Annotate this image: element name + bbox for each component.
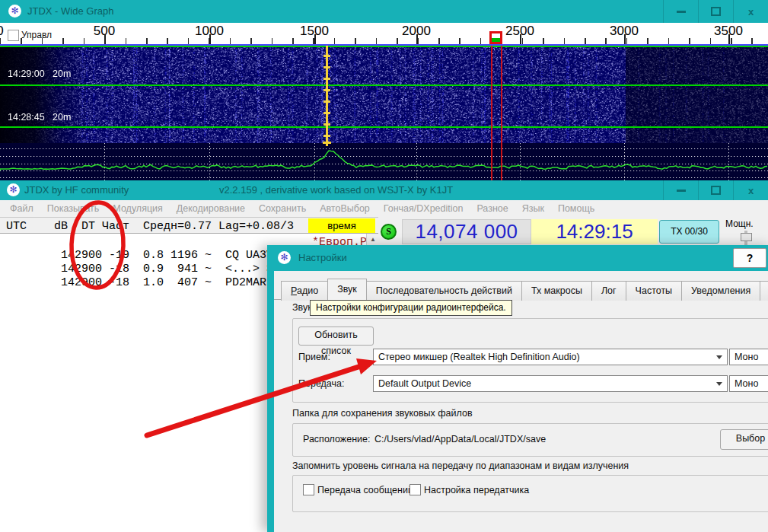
scale-label-0: 0: [0, 24, 4, 39]
settings-left-border: [267, 271, 274, 532]
tab-log[interactable]: Лог: [591, 281, 626, 301]
menu-misc[interactable]: Разное: [470, 203, 515, 214]
scale-major-tick: [104, 34, 106, 44]
tx-marker-cross: [326, 139, 328, 146]
power-slider-handle[interactable]: [741, 233, 752, 241]
menu-hound[interactable]: Гончая/DXpedition: [377, 203, 470, 214]
tab-sequence[interactable]: Последовательность действий: [366, 281, 522, 301]
tx-channel-value: Моно: [735, 378, 758, 389]
menu-save[interactable]: Сохранить: [252, 203, 313, 214]
chevron-down-icon: [716, 355, 722, 359]
menu-autoselect[interactable]: АвтоВыбор: [313, 203, 377, 214]
controls-checkbox-label: Управл: [21, 30, 52, 40]
wide-graph-window: ✻ JTDX - Wide Graph x 0 500 1000 1500 20…: [0, 0, 768, 180]
scale-major-tick: [314, 34, 316, 44]
menu-language[interactable]: Язык: [515, 203, 551, 214]
rx-marker-green: [492, 38, 500, 42]
decode-header-line: UTC dB DT Част Средн=0.77 Lag=+0.08/3: [6, 220, 294, 233]
close-icon: x: [748, 6, 754, 18]
frequency-display[interactable]: 14,074 000: [402, 219, 531, 244]
scale-major-tick: [520, 34, 521, 44]
tab-filters[interactable]: Фильтры: [760, 281, 768, 301]
scale-major-tick: [728, 34, 730, 44]
rx-channel-value: Моно: [735, 352, 758, 362]
remember-power-label: Запомнить уровень сигнала на передачу по…: [292, 460, 629, 471]
scale-major-tick: [416, 34, 418, 44]
period-timestamp: 14:29:00 20m: [8, 68, 71, 79]
maximize-icon: [711, 7, 721, 16]
maximize-icon: [711, 186, 721, 195]
menu-view[interactable]: Показывать: [40, 203, 107, 214]
save-folder-label: Папка для сохранения звуковых файлов: [292, 408, 473, 419]
screen: ✻ JTDX - Wide Graph x 0 500 1000 1500 20…: [0, 0, 768, 532]
rx-band-line: [491, 46, 492, 180]
close-button[interactable]: x: [733, 0, 768, 23]
tx-device-combo[interactable]: Default Output Device: [373, 375, 728, 392]
period-time: 14:29:00: [8, 68, 45, 79]
tx-tune-checkbox[interactable]: [409, 484, 421, 495]
tx-tune-checkbox-label: Настройка передатчика: [424, 485, 529, 495]
s-meter-button[interactable]: S: [381, 224, 397, 240]
scrollbar-up-icon[interactable]: ▲: [367, 234, 379, 246]
settings-titlebar[interactable]: ✻ Настройки ?: [267, 245, 768, 271]
scale-major-tick: [209, 34, 211, 44]
power-label: Мощн.: [725, 218, 754, 229]
clock-display: 14:29:15: [531, 219, 658, 244]
choose-folder-button[interactable]: Выбор: [720, 429, 768, 450]
tx-enable-button[interactable]: TX 00/30: [659, 220, 719, 244]
scale-major-tick: [624, 34, 626, 44]
wide-graph-title: JTDX - Wide Graph: [27, 5, 113, 17]
period-band: 20m: [53, 68, 71, 79]
tab-radio[interactable]: Радио: [281, 281, 328, 301]
menu-mode[interactable]: Модуляция: [106, 203, 169, 214]
tab-notifications[interactable]: Уведомления: [681, 281, 760, 301]
rx-device-label: Прием:: [298, 352, 330, 362]
main-titlebar[interactable]: ✻ JTDX by HF community v2.2.159 , deriva…: [0, 180, 768, 200]
rx-device-combo[interactable]: Стерео микшер (Realtek High Definition A…: [373, 349, 728, 365]
tx-marker-dashes: [323, 46, 330, 143]
rx-device-value: Стерео микшер (Realtek High Definition A…: [378, 352, 580, 362]
close-button[interactable]: x: [733, 180, 768, 200]
location-path: C:/Users/vlad/AppData/Local/JTDX/save: [374, 434, 546, 444]
menu-file[interactable]: Файл: [3, 203, 40, 214]
tooltip: Настройки конфигурации радиоинтерфейса.: [310, 300, 512, 316]
minimize-button[interactable]: [663, 180, 698, 200]
frequency-scale: 0 500 1000 1500 2000 2500 3000 3500 Упра…: [0, 23, 768, 46]
tx-device-label: Передача:: [298, 378, 344, 389]
spectrum-panel: [0, 143, 768, 180]
menu-decode[interactable]: Декодирование: [170, 203, 252, 214]
spectrum-canvas: [0, 143, 768, 180]
menu-help[interactable]: Помощь: [551, 203, 601, 214]
tab-tx-macros[interactable]: Тх макросы: [521, 281, 592, 301]
waterfall-right-shade: [626, 46, 768, 143]
tx-messages-checkbox[interactable]: [303, 484, 314, 495]
scale-minor-ticks: [0, 38, 768, 44]
controls-checkbox[interactable]: [8, 30, 19, 41]
period-separator-line: [0, 84, 768, 86]
time-label: время: [308, 218, 375, 233]
maximize-button[interactable]: [698, 0, 733, 23]
close-icon: x: [748, 185, 754, 196]
chevron-down-icon: [716, 382, 722, 386]
wide-graph-titlebar[interactable]: ✻ JTDX - Wide Graph x: [0, 0, 768, 23]
jtdx-app-icon: ✻: [278, 251, 291, 264]
minimize-button[interactable]: [663, 0, 698, 23]
minimize-icon: [677, 190, 686, 192]
jtdx-app-icon: ✻: [7, 183, 20, 196]
tx-device-value: Default Output Device: [378, 378, 471, 389]
waterfall-left-shade: [0, 46, 91, 143]
rx-band-line: [501, 46, 502, 180]
help-button[interactable]: ?: [733, 248, 766, 268]
maximize-button[interactable]: [698, 180, 733, 200]
period-separator-line: [0, 126, 768, 128]
menu-bar: Файл Показывать Модуляция Декодирование …: [0, 200, 768, 217]
rx-channel-combo[interactable]: Моно: [729, 349, 768, 365]
waterfall[interactable]: 14:29:00 20m 14:28:45 20m: [0, 46, 768, 143]
tab-frequencies[interactable]: Частоты: [626, 281, 683, 301]
settings-tabs: Радио Звук Последовательность действий Т…: [281, 279, 768, 301]
tx-channel-combo[interactable]: Моно: [729, 375, 768, 392]
tab-sound[interactable]: Звук: [327, 279, 367, 301]
main-title: JTDX by HF community: [24, 184, 129, 196]
refresh-list-button[interactable]: Обновить список: [298, 327, 374, 346]
main-version-text: v2.2.159 , derivative work based on WSJT…: [219, 184, 453, 196]
